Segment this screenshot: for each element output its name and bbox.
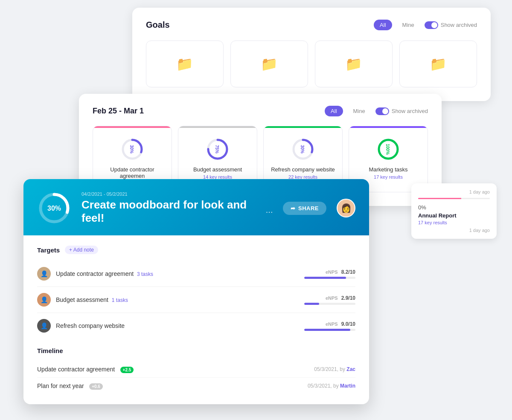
svg-text:75%: 75% <box>215 145 219 154</box>
timeline-row-2: Plan for next year +0.6 05/3/2021, by Ma… <box>37 378 355 394</box>
target-link-1[interactable]: 3 tasks <box>137 271 153 277</box>
timeline-section-header: Timeline <box>37 347 355 354</box>
timeline-title: Timeline <box>37 347 63 354</box>
timeline-meta-2: 05/3/2021, by Martin <box>308 383 355 389</box>
targets-title: Targets <box>37 246 60 254</box>
svg-text:30%: 30% <box>300 145 305 154</box>
folder-cards: 📁 📁 📁 📁 <box>146 41 477 87</box>
metric-bar-bg-3 <box>304 329 355 331</box>
folder-icon-1: 📁 <box>176 56 193 72</box>
folder-card-4[interactable]: 📁 <box>399 41 477 87</box>
svg-text:30%: 30% <box>129 145 134 154</box>
target-name-3: Refresh company website <box>56 322 287 329</box>
target-metric-1: eNPS 8.2/10 <box>287 269 355 279</box>
share-button[interactable]: ➦ SHARE <box>283 202 326 215</box>
sprint-toggle-switch[interactable] <box>375 107 389 115</box>
goals-filter-mine[interactable]: Mine <box>396 20 420 30</box>
metric-value-1: 8.2/10 <box>341 269 355 275</box>
detail-panel: 30% 04/2/2021 - 05/2/2021 Create moodboa… <box>23 179 369 404</box>
target-row-2: 👤 Budget assessment 1 tasks eNPS 2.9/10 <box>37 287 355 313</box>
metric-value-2: 2.9/10 <box>341 295 355 301</box>
goals-panel: Goals All Mine Show archived 📁 📁 📁 📁 <box>132 8 491 101</box>
timeline-badge-1: +2.5 <box>120 367 134 373</box>
folder-card-2[interactable]: 📁 <box>230 41 308 87</box>
metric-bar-bg-1 <box>304 277 355 279</box>
metric-label-3: eNPS <box>326 322 338 327</box>
sprint-panel-title: Feb 25 - Mar 1 <box>93 107 144 116</box>
right-snippet-pink-bar <box>418 198 490 199</box>
metric-bar-fill-2 <box>304 303 319 305</box>
goal-card-4-name: Marketing tasks <box>355 166 422 173</box>
target-link-2[interactable]: 1 tasks <box>112 297 128 303</box>
goals-filter-group: All Mine Show archived <box>374 20 477 30</box>
metric-label-2: eNPS <box>326 295 338 301</box>
timeline-section: Timeline Update contractor agreement +2.… <box>37 347 355 394</box>
detail-header-text: 04/2/2021 - 05/2/2021 Create moodboard f… <box>81 191 273 225</box>
timeline-author-2: Martin <box>340 383 355 389</box>
timeline-badge-2: +0.6 <box>89 383 103 390</box>
metric-label-1: eNPS <box>326 269 338 275</box>
target-avatar-2: 👤 <box>37 293 51 307</box>
target-avatar-3: 👤 <box>37 319 51 333</box>
target-metric-2: eNPS 2.9/10 <box>287 295 355 305</box>
detail-body: Targets + Add note 👤 Update contractor a… <box>23 235 369 404</box>
right-snippet-time2: 1 day ago <box>418 228 490 233</box>
goals-panel-title: Goals <box>146 20 170 30</box>
metric-value-3: 9.0/10 <box>341 321 355 327</box>
goal-card-3-bar <box>264 126 342 128</box>
more-options-icon[interactable]: ··· <box>266 207 273 217</box>
goal-card-2-bar <box>178 126 257 128</box>
target-row-1: 👤 Update contractor agreement 3 tasks eN… <box>37 261 355 287</box>
target-name-2: Budget assessment 1 tasks <box>56 296 287 303</box>
timeline-row-1: Update contractor agreement +2.5 05/3/20… <box>37 361 355 378</box>
sprint-toggle: Show archived <box>375 107 428 115</box>
goal-card-2-name: Budget assessment <box>184 166 251 173</box>
avatar: 👩 <box>337 199 355 217</box>
folder-icon-3: 📁 <box>345 56 362 72</box>
sprint-filter-all[interactable]: All <box>325 106 343 116</box>
goals-toggle-label: Show archived <box>425 21 477 29</box>
goal-card-4-circle: 100% <box>376 137 400 161</box>
timeline-meta-1: 05/3/2021, by Zac <box>314 366 355 372</box>
right-snippet-title: Annual Report <box>418 212 490 219</box>
svg-text:100%: 100% <box>385 144 390 155</box>
detail-date: 04/2/2021 - 05/2/2021 <box>81 191 273 197</box>
goal-card-1-name: Update contractor agreemen <box>99 166 166 179</box>
metric-bar-fill-3 <box>304 329 350 331</box>
goal-card-3-name: Refresh company website <box>270 166 336 173</box>
add-note-button[interactable]: + Add note <box>65 246 98 254</box>
detail-big-circle: 30% <box>37 191 71 225</box>
detail-title: Create moodboard for look and feel! <box>81 198 258 225</box>
folder-icon-4: 📁 <box>430 56 447 72</box>
detail-header: 30% 04/2/2021 - 05/2/2021 Create moodboa… <box>23 179 369 235</box>
target-avatar-1: 👤 <box>37 267 51 281</box>
goal-card-1-bar <box>93 126 172 128</box>
targets-section-header: Targets + Add note <box>37 246 355 254</box>
goal-card-3-circle: 30% <box>291 137 315 161</box>
goal-card-2-circle: 75% <box>206 137 230 161</box>
right-snippet-panel: 1 day ago 0% Annual Report 17 key result… <box>411 183 497 239</box>
share-icon: ➦ <box>291 205 296 211</box>
svg-text:30%: 30% <box>47 205 61 212</box>
sprint-filter-group: All Mine Show archived <box>325 106 428 116</box>
sprint-filter-mine[interactable]: Mine <box>347 106 371 116</box>
target-name-1: Update contractor agreement 3 tasks <box>56 270 287 277</box>
timeline-item-1-name: Update contractor agreement +2.5 <box>37 365 134 373</box>
timeline-item-2-name: Plan for next year +0.6 <box>37 382 103 390</box>
target-metric-3: eNPS 9.0/10 <box>287 321 355 331</box>
timeline-author-1: Zac <box>346 366 355 372</box>
goal-card-4-bar <box>349 126 428 128</box>
folder-card-3[interactable]: 📁 <box>315 41 393 87</box>
right-snippet-time1: 1 day ago <box>418 189 490 194</box>
right-snippet-percent: 0% <box>418 204 490 211</box>
metric-bar-bg-2 <box>304 303 355 305</box>
folder-card-1[interactable]: 📁 <box>146 41 224 87</box>
folder-icon-2: 📁 <box>261 56 278 72</box>
target-row-3: 👤 Refresh company website eNPS 9.0/10 <box>37 313 355 339</box>
right-snippet-keyresults: 17 key results <box>418 220 490 225</box>
targets-list: 👤 Update contractor agreement 3 tasks eN… <box>37 261 355 339</box>
metric-bar-fill-1 <box>304 277 346 279</box>
goals-toggle-switch[interactable] <box>425 21 438 29</box>
goal-card-1-circle: 30% <box>120 137 144 161</box>
goals-filter-all[interactable]: All <box>374 20 392 30</box>
